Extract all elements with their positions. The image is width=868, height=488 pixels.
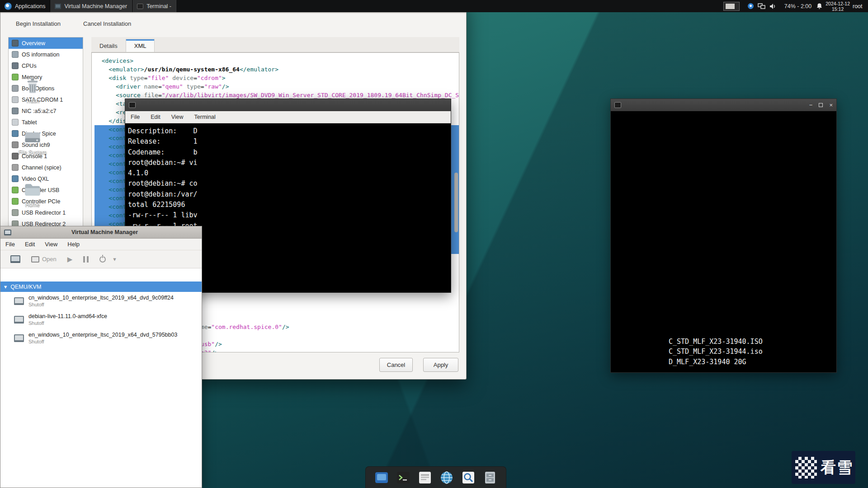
terminal-line: Codename: b xyxy=(128,148,451,159)
hard-drive-icon xyxy=(23,127,42,147)
shutdown-menu-button[interactable]: ▾ xyxy=(111,252,118,267)
dock-desktop-icon[interactable] xyxy=(373,469,390,486)
vm-icon xyxy=(14,316,24,324)
vmm-toolbar: Open ▶ ▾ xyxy=(0,250,202,268)
notification-bell-icon[interactable] xyxy=(816,3,823,10)
cancel-button[interactable]: Cancel xyxy=(379,358,413,372)
apply-button[interactable]: Apply xyxy=(423,358,458,372)
desktop-icon-label: Trash xyxy=(26,98,39,104)
vm-list-item[interactable]: en_windows_10_enterprise_ltsc_2019_x64_d… xyxy=(0,329,202,347)
new-vm-icon xyxy=(10,255,20,263)
network-icon[interactable] xyxy=(758,3,765,9)
dialog-toolbar: Begin Installation Cancel Installation xyxy=(0,13,466,34)
clock-date: 2024-12-12 xyxy=(826,1,850,6)
vm-list-item[interactable]: debian-live-11.11.0-amd64-xfce Shutoff xyxy=(0,310,202,329)
dock-web-browser-icon[interactable] xyxy=(439,469,455,486)
desktop-icon-filesystem[interactable]: File System xyxy=(11,127,54,155)
terminal-line: Release: 1 xyxy=(128,137,451,148)
terminal-line: C_STD_MLF_X23-31944.iso xyxy=(669,347,763,358)
terminal-menu-item[interactable]: Terminal xyxy=(189,111,221,123)
taskbar-vmm-label: Virtual Machine Manager xyxy=(64,3,127,9)
volume-icon[interactable] xyxy=(769,3,776,9)
hardware-item-icon xyxy=(12,62,19,69)
vm-icon xyxy=(14,334,24,342)
terminal-icon xyxy=(614,102,621,108)
vm-list-item[interactable]: cn_windows_10_enterprise_ltsc_2019_x64_d… xyxy=(0,292,202,310)
vm-group-label: QEMU/KVM xyxy=(10,284,41,290)
vmm-menu-item[interactable]: Edit xyxy=(20,239,40,250)
desktop-icon-home[interactable]: Home xyxy=(11,180,54,208)
workspace-preview[interactable] xyxy=(723,2,740,11)
hardware-list-item[interactable]: Tablet xyxy=(9,117,83,128)
terminal-line: Description: D xyxy=(128,127,451,137)
taskbar-terminal-label: Terminal - xyxy=(146,3,171,9)
dock-search-icon[interactable] xyxy=(460,469,476,486)
top-panel: Applications Virtual Machine Manager Ter… xyxy=(0,0,868,12)
clock[interactable]: 2024-12-12 15:12 xyxy=(823,1,853,12)
open-label: Open xyxy=(42,256,57,263)
vmm-menu-item[interactable]: View xyxy=(40,239,62,250)
vm-icon xyxy=(14,297,24,305)
applications-menu[interactable]: Applications xyxy=(0,0,50,12)
desktop-icon-label: Home xyxy=(25,202,40,208)
cancel-installation-button[interactable]: Cancel Installation xyxy=(79,18,136,30)
expander-icon: ▾ xyxy=(4,283,7,290)
dock-file-manager-icon[interactable] xyxy=(482,469,498,486)
dock-terminal-icon[interactable] xyxy=(395,469,411,486)
maximize-icon[interactable] xyxy=(819,103,823,107)
vmm-menu-item[interactable]: Help xyxy=(62,239,85,250)
chevron-down-icon: ▾ xyxy=(113,256,116,263)
user-label: root xyxy=(853,3,868,9)
run-vm-button[interactable]: ▶ xyxy=(62,252,78,267)
trash-icon xyxy=(23,76,42,96)
pause-icon xyxy=(83,256,89,263)
battery-indicator[interactable]: 74% - 2:00 xyxy=(780,0,816,12)
close-icon[interactable]: × xyxy=(829,102,833,108)
hardware-list-item[interactable]: NIC :a5:a2:c7 xyxy=(9,105,83,117)
vm-state: Shutoff xyxy=(28,320,107,327)
taskbar-button-terminal[interactable]: Terminal - xyxy=(132,0,176,12)
vmm-menubar: FileEditViewHelp xyxy=(0,239,202,250)
hardware-item-label: NIC :a5:a2:c7 xyxy=(22,108,56,114)
hardware-list-item[interactable]: USB Redirector 1 xyxy=(9,207,83,218)
minimize-icon[interactable]: − xyxy=(809,102,813,108)
terminal-menu-item[interactable]: View xyxy=(166,111,189,123)
hardware-list-item[interactable]: OS information xyxy=(9,49,83,60)
hardware-list-item[interactable]: Channel (spice) xyxy=(9,162,83,173)
vmm-menu-item[interactable]: File xyxy=(0,239,20,250)
terminal-line: C_STD_MLF_X23-31940.ISO xyxy=(669,338,763,348)
terminal-titlebar[interactable] xyxy=(125,99,451,111)
hardware-item-label: Channel (spice) xyxy=(22,164,61,171)
vm-group-header[interactable]: ▾ QEMU/KVM xyxy=(0,282,202,292)
hardware-item-icon xyxy=(12,119,19,126)
terminal-output[interactable]: Description: DRelease: 1Codename: broot@… xyxy=(125,123,451,232)
pause-vm-button[interactable] xyxy=(78,252,94,267)
new-vm-button[interactable] xyxy=(5,252,26,267)
terminal-line: 4.1.0 xyxy=(128,169,451,179)
terminal-menu-item[interactable]: Edit xyxy=(145,111,166,123)
xml-scrollbar[interactable] xyxy=(454,173,458,232)
desktop-icon-trash[interactable]: Trash xyxy=(11,76,54,104)
open-vm-button[interactable]: Open xyxy=(26,252,62,267)
hardware-item-icon xyxy=(12,164,19,171)
status-icon[interactable] xyxy=(748,3,754,9)
tab-xml[interactable]: XML xyxy=(126,39,155,52)
hardware-item-label: Tablet xyxy=(22,119,37,126)
hardware-list-item[interactable]: CPUs xyxy=(9,60,83,71)
shutdown-vm-button[interactable] xyxy=(94,252,111,267)
dock-text-editor-icon[interactable] xyxy=(417,469,433,486)
vmm-app-icon xyxy=(4,230,11,235)
vmm-titlebar[interactable]: Virtual Machine Manager xyxy=(0,226,202,239)
terminal-output[interactable]: C_STD_MLF_X23-31940.ISO C_STD_MLF_X23-31… xyxy=(611,111,836,372)
terminal-titlebar[interactable]: − × xyxy=(611,99,836,111)
qr-pattern xyxy=(795,457,817,479)
hardware-list-item[interactable]: Overview xyxy=(9,38,83,49)
taskbar-button-vmm[interactable]: Virtual Machine Manager xyxy=(50,0,132,12)
desktop-icon-label: File System xyxy=(19,149,47,155)
terminal-menu-item[interactable]: File xyxy=(125,111,145,123)
vmm-window-icon xyxy=(55,4,61,9)
power-icon xyxy=(99,256,106,263)
begin-installation-button[interactable]: Begin Installation xyxy=(11,18,65,30)
tab-details[interactable]: Details xyxy=(91,39,126,52)
terminal-icon xyxy=(129,102,136,108)
